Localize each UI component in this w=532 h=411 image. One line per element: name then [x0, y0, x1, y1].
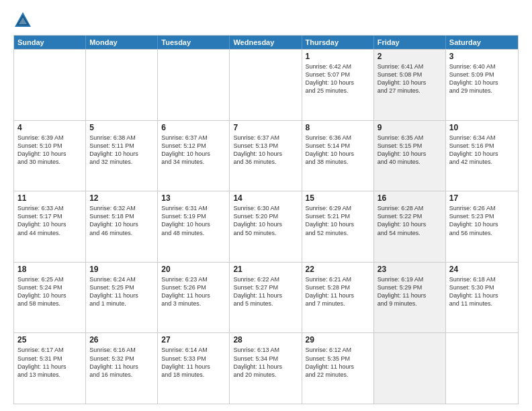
- cell-line: Sunset: 5:33 PM: [161, 355, 226, 363]
- cell-line: Sunset: 5:14 PM: [306, 142, 370, 150]
- cal-cell-3-7: 17Sunrise: 6:26 AMSunset: 5:23 PMDayligh…: [446, 191, 518, 262]
- cell-line: Sunset: 5:18 PM: [89, 212, 154, 220]
- day-number: 18: [17, 265, 82, 274]
- cal-cell-1-3: [158, 50, 230, 120]
- cal-cell-3-3: 13Sunrise: 6:31 AMSunset: 5:19 PMDayligh…: [158, 191, 230, 262]
- cell-line: Daylight: 11 hours: [233, 363, 298, 371]
- cell-line: Daylight: 10 hours: [17, 291, 82, 300]
- cal-cell-5-2: 26Sunrise: 6:16 AMSunset: 5:32 PMDayligh…: [86, 333, 158, 404]
- cal-cell-4-7: 24Sunrise: 6:18 AMSunset: 5:30 PMDayligh…: [446, 263, 518, 333]
- cell-line: and 40 minutes.: [378, 158, 442, 166]
- cell-line: Sunset: 5:29 PM: [378, 283, 442, 291]
- cal-cell-4-1: 18Sunrise: 6:25 AMSunset: 5:24 PMDayligh…: [14, 263, 86, 333]
- week-row-2: 4Sunrise: 6:39 AMSunset: 5:10 PMDaylight…: [14, 120, 518, 191]
- week-row-3: 11Sunrise: 6:33 AMSunset: 5:17 PMDayligh…: [14, 191, 518, 262]
- cell-line: and 1 minute.: [89, 300, 154, 308]
- cell-line: Sunset: 5:16 PM: [449, 142, 515, 150]
- cell-line: Sunset: 5:08 PM: [378, 71, 442, 79]
- cell-line: and 42 minutes.: [449, 158, 515, 166]
- cell-line: and 5 minutes.: [233, 300, 298, 308]
- cell-line: Sunset: 5:23 PM: [449, 212, 515, 220]
- cal-cell-2-6: 9Sunrise: 6:35 AMSunset: 5:15 PMDaylight…: [374, 121, 446, 191]
- cell-line: Daylight: 11 hours: [89, 291, 154, 300]
- cell-line: Sunset: 5:12 PM: [161, 142, 226, 150]
- cell-line: Daylight: 11 hours: [306, 363, 370, 371]
- day-number: 8: [306, 123, 370, 132]
- day-number: 23: [378, 265, 442, 274]
- cal-cell-1-1: [14, 50, 86, 120]
- cell-line: and 7 minutes.: [306, 300, 370, 308]
- cell-line: Daylight: 10 hours: [449, 220, 515, 228]
- cal-cell-5-1: 25Sunrise: 6:17 AMSunset: 5:31 PMDayligh…: [14, 333, 86, 404]
- cal-cell-2-2: 5Sunrise: 6:38 AMSunset: 5:11 PMDaylight…: [86, 121, 158, 191]
- cell-line: Sunset: 5:32 PM: [89, 355, 154, 363]
- cal-cell-5-6: [374, 333, 446, 404]
- cell-line: Sunset: 5:28 PM: [306, 283, 370, 291]
- cell-line: Sunset: 5:11 PM: [89, 142, 154, 150]
- cal-cell-4-2: 19Sunrise: 6:24 AMSunset: 5:25 PMDayligh…: [86, 263, 158, 333]
- cell-line: Daylight: 10 hours: [161, 150, 226, 158]
- cell-line: Sunset: 5:25 PM: [89, 283, 154, 291]
- cell-line: Sunset: 5:07 PM: [306, 71, 370, 79]
- cell-line: Sunrise: 6:21 AM: [306, 275, 370, 283]
- cell-line: Sunset: 5:19 PM: [161, 212, 226, 220]
- header-day-sunday: Sunday: [14, 36, 86, 49]
- cell-line: Sunrise: 6:28 AM: [378, 204, 442, 212]
- cell-line: Daylight: 11 hours: [161, 291, 226, 300]
- calendar: SundayMondayTuesdayWednesdayThursdayFrid…: [13, 35, 519, 404]
- cell-line: and 18 minutes.: [161, 371, 226, 379]
- week-row-4: 18Sunrise: 6:25 AMSunset: 5:24 PMDayligh…: [14, 262, 518, 333]
- cal-cell-2-7: 10Sunrise: 6:34 AMSunset: 5:16 PMDayligh…: [446, 121, 518, 191]
- cal-cell-5-3: 27Sunrise: 6:14 AMSunset: 5:33 PMDayligh…: [158, 333, 230, 404]
- week-row-1: 1Sunrise: 6:42 AMSunset: 5:07 PMDaylight…: [14, 49, 518, 120]
- cell-line: Sunrise: 6:17 AM: [17, 346, 82, 354]
- day-number: 5: [89, 123, 154, 132]
- cell-line: Sunrise: 6:41 AM: [378, 62, 442, 71]
- cell-line: and 50 minutes.: [233, 229, 298, 237]
- day-number: 25: [17, 335, 82, 345]
- cal-cell-4-3: 20Sunrise: 6:23 AMSunset: 5:26 PMDayligh…: [158, 263, 230, 333]
- cell-line: and 29 minutes.: [449, 87, 515, 95]
- cell-line: Sunrise: 6:37 AM: [233, 134, 298, 142]
- cal-cell-5-5: 29Sunrise: 6:12 AMSunset: 5:35 PMDayligh…: [302, 333, 374, 404]
- header-day-monday: Monday: [86, 36, 158, 49]
- cal-cell-4-6: 23Sunrise: 6:19 AMSunset: 5:29 PMDayligh…: [374, 263, 446, 333]
- cell-line: Sunrise: 6:39 AM: [17, 134, 82, 142]
- cell-line: Daylight: 10 hours: [306, 79, 370, 87]
- day-number: 3: [449, 52, 515, 61]
- cell-line: and 46 minutes.: [89, 229, 154, 237]
- day-number: 4: [17, 123, 82, 132]
- cell-line: Daylight: 10 hours: [233, 150, 298, 158]
- calendar-header: SundayMondayTuesdayWednesdayThursdayFrid…: [14, 36, 518, 49]
- cell-line: Sunset: 5:22 PM: [378, 212, 442, 220]
- cell-line: Sunrise: 6:32 AM: [89, 204, 154, 212]
- day-number: 26: [89, 335, 154, 345]
- cell-line: Daylight: 10 hours: [17, 150, 82, 158]
- cell-line: Sunrise: 6:26 AM: [449, 204, 515, 212]
- cell-line: Daylight: 10 hours: [161, 220, 226, 228]
- cal-cell-1-7: 3Sunrise: 6:40 AMSunset: 5:09 PMDaylight…: [446, 50, 518, 120]
- cell-line: Sunrise: 6:16 AM: [89, 346, 154, 354]
- cell-line: and 36 minutes.: [233, 158, 298, 166]
- cell-line: and 11 minutes.: [449, 300, 515, 308]
- cell-line: Daylight: 10 hours: [378, 220, 442, 228]
- cell-line: and 58 minutes.: [17, 300, 82, 308]
- cell-line: Sunset: 5:13 PM: [233, 142, 298, 150]
- cell-line: Sunrise: 6:29 AM: [306, 204, 370, 212]
- day-number: 1: [306, 52, 370, 61]
- cell-line: Sunrise: 6:25 AM: [17, 275, 82, 283]
- week-row-5: 25Sunrise: 6:17 AMSunset: 5:31 PMDayligh…: [14, 332, 518, 404]
- cell-line: Daylight: 11 hours: [233, 291, 298, 300]
- cell-line: Daylight: 11 hours: [89, 363, 154, 371]
- cell-line: Sunrise: 6:42 AM: [306, 62, 370, 71]
- day-number: 20: [161, 265, 226, 274]
- cal-cell-2-4: 7Sunrise: 6:37 AMSunset: 5:13 PMDaylight…: [230, 121, 302, 191]
- cal-cell-1-5: 1Sunrise: 6:42 AMSunset: 5:07 PMDaylight…: [302, 50, 374, 120]
- cell-line: Sunrise: 6:35 AM: [378, 134, 442, 142]
- cell-line: Sunrise: 6:13 AM: [233, 346, 298, 354]
- cal-cell-3-1: 11Sunrise: 6:33 AMSunset: 5:17 PMDayligh…: [14, 191, 86, 262]
- cell-line: Daylight: 10 hours: [449, 79, 515, 87]
- cal-cell-2-5: 8Sunrise: 6:36 AMSunset: 5:14 PMDaylight…: [302, 121, 374, 191]
- header-day-thursday: Thursday: [302, 36, 374, 49]
- logo: [13, 11, 35, 30]
